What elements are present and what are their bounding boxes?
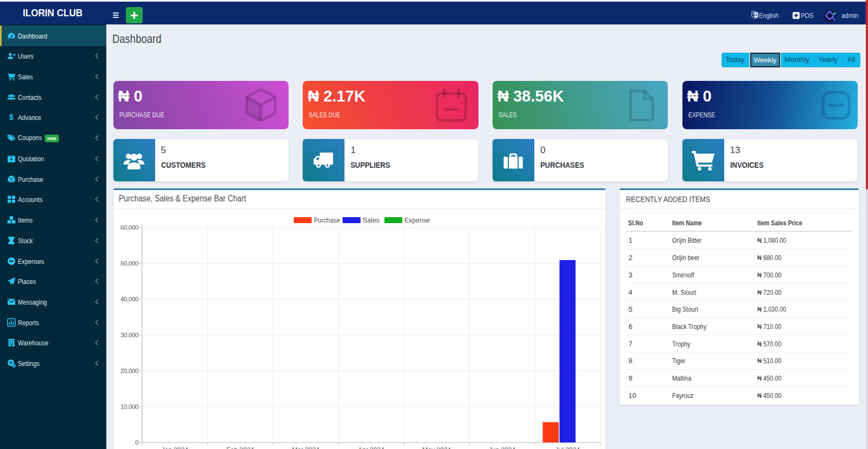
svg-text:Apr 2024: Apr 2024 (358, 446, 384, 449)
svg-text:Sales: Sales (362, 216, 379, 224)
svg-text:60,000: 60,000 (120, 224, 138, 231)
svg-text:Jul 2024: Jul 2024 (555, 446, 580, 449)
svg-text:Mar 2024: Mar 2024 (292, 446, 320, 449)
svg-text:Feb 2024: Feb 2024 (226, 446, 254, 449)
svg-text:Purchase: Purchase (314, 216, 340, 224)
svg-text:Expense: Expense (404, 216, 430, 224)
svg-text:Jun 2024: Jun 2024 (488, 446, 515, 449)
svg-text:10,000: 10,000 (120, 403, 138, 410)
svg-text:Jan 2024: Jan 2024 (161, 446, 188, 449)
svg-text:0: 0 (135, 439, 138, 446)
svg-text:30,000: 30,000 (120, 332, 138, 338)
svg-text:20,000: 20,000 (120, 368, 138, 374)
svg-text:40,000: 40,000 (120, 296, 138, 302)
svg-text:$: $ (9, 113, 14, 122)
svg-text:May 2024: May 2024 (422, 446, 451, 449)
svg-text:50,000: 50,000 (120, 260, 138, 267)
